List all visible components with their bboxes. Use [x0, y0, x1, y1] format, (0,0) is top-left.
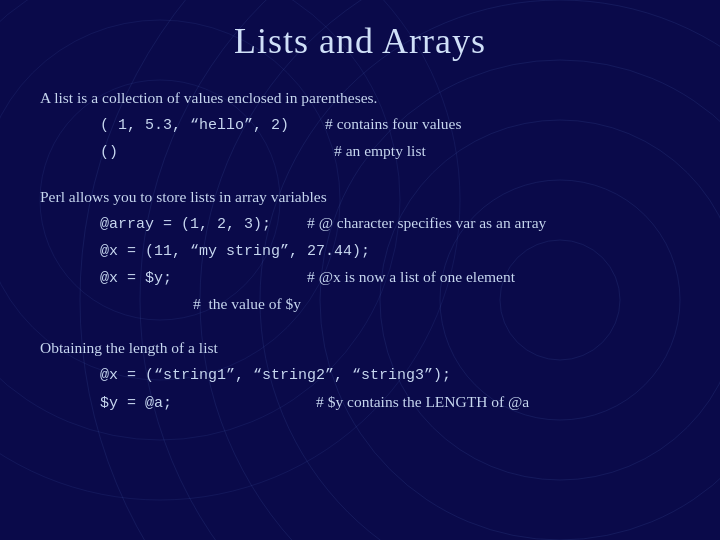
array-examples: @array = (1, 2, 3); # @ character specif… [100, 211, 680, 317]
length-example-2: $y = @a; # $y contains the LENGTH of @a [100, 390, 680, 415]
array-example-3: @x = $y; # @x is now a list of one eleme… [100, 265, 680, 290]
length-comment-2: # $y contains the LENGTH of @a [316, 393, 529, 410]
length-section: Obtaining the length of a list @x = (“st… [40, 336, 680, 415]
array-code-1: @array = (1, 2, 3); [100, 216, 307, 233]
array-example-2: @x = (11, “my string”, 27.44); [100, 238, 680, 263]
list-comment-2: # an empty list [334, 142, 426, 159]
length-code-2: $y = @a; [100, 395, 316, 412]
length-code-1: @x = (“string1”, “string2”, “string3”); [100, 367, 451, 384]
length-intro-text: Obtaining the length of a list [40, 336, 680, 360]
array-code-3: @x = $y; [100, 270, 307, 287]
array-example-1: @array = (1, 2, 3); # @ character specif… [100, 211, 680, 236]
list-intro-text: A list is a collection of values enclose… [40, 86, 680, 110]
list-comment-1: # contains four values [325, 115, 461, 132]
page-content: Lists and Arrays A list is a collection … [0, 0, 720, 455]
array-example-4: # the value of $y [100, 292, 680, 316]
array-code-2: @x = (11, “my string”, 27.44); [100, 243, 370, 260]
array-comment-1: # @ character specifies var as an array [307, 214, 546, 231]
list-section: A list is a collection of values enclose… [40, 86, 680, 165]
array-section: Perl allows you to store lists in array … [40, 185, 680, 317]
list-code-1: ( 1, 5.3, “hello”, 2) [100, 117, 325, 134]
length-examples: @x = (“string1”, “string2”, “string3”); … [100, 362, 680, 415]
page-title: Lists and Arrays [40, 20, 680, 62]
length-example-1: @x = (“string1”, “string2”, “string3”); [100, 362, 680, 387]
list-example-2: () # an empty list [100, 139, 680, 164]
array-intro-text: Perl allows you to store lists in array … [40, 185, 680, 209]
list-example-1: ( 1, 5.3, “hello”, 2) # contains four va… [100, 112, 680, 137]
list-examples: ( 1, 5.3, “hello”, 2) # contains four va… [100, 112, 680, 165]
list-code-2: () [100, 144, 334, 161]
array-comment-3: # @x is now a list of one element [307, 268, 515, 285]
array-comment-4: # the value of $y [100, 295, 301, 312]
